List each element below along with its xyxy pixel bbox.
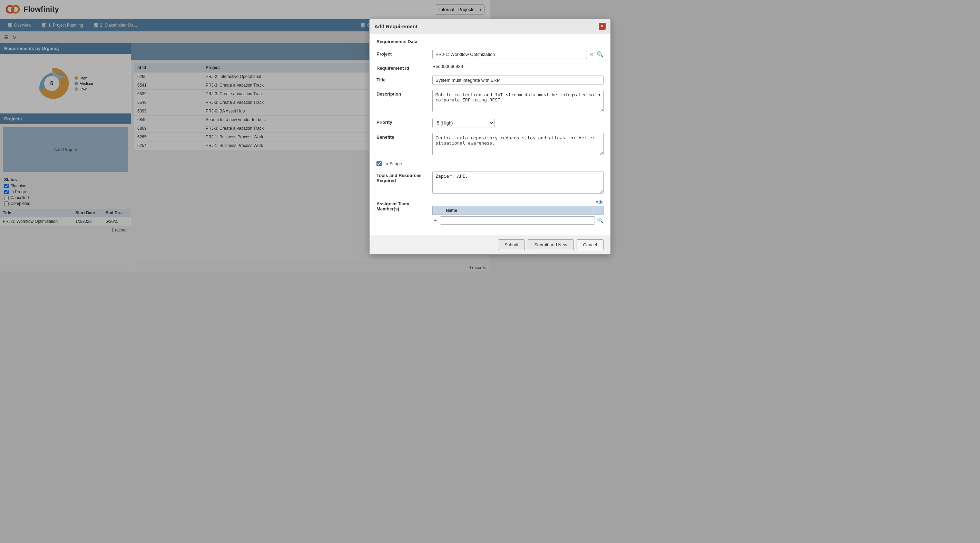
modal-body: Requirements Data Project ✕ 🔍 Requiremen… — [369, 33, 490, 235]
team-row: Assigned Team Member(s) Add Name — [377, 199, 490, 225]
team-label: Assigned Team Member(s) — [377, 199, 428, 211]
description-label: Description — [377, 90, 428, 97]
title-row: Title — [377, 76, 490, 85]
in-scope-checkbox[interactable] — [377, 161, 382, 166]
in-scope-row: In Scope — [377, 161, 490, 166]
team-control: Add Name ＋ 🔍 — [433, 199, 490, 225]
benefits-label: Benefits — [377, 133, 428, 140]
benefits-row: Benefits Central data repository reduces… — [377, 133, 490, 156]
description-row: Description Mobile collection and IoT st… — [377, 90, 490, 113]
team-add-plus-icon[interactable]: ＋ — [433, 217, 438, 224]
tools-textarea[interactable]: Zapier, API. — [433, 171, 490, 194]
priority-select[interactable]: 1 (Low) 2 (Low) 3 (Medium) 4 (High) 5 (H… — [433, 118, 490, 128]
modal-title: Add Requirement — [374, 24, 418, 29]
priority-label: Priority — [377, 118, 428, 125]
requirement-id-control: Req000066939 — [433, 64, 490, 69]
team-table: Name — [433, 206, 490, 215]
title-label: Title — [377, 76, 428, 83]
description-textarea[interactable]: Mobile collection and IoT stream data mu… — [433, 90, 490, 112]
description-control: Mobile collection and IoT stream data mu… — [433, 90, 490, 113]
team-add-header: Add — [433, 199, 490, 205]
title-control — [433, 76, 490, 85]
modal-section-title: Requirements Data — [377, 39, 490, 44]
requirement-id-value: Req000066939 — [433, 62, 463, 69]
title-input[interactable] — [433, 76, 490, 85]
add-requirement-modal: Add Requirement ✕ Requirements Data Proj… — [369, 19, 490, 255]
project-input-wrapper: ✕ 🔍 — [433, 50, 490, 59]
tools-row: Tools and Resources Required Zapier, API… — [377, 171, 490, 195]
modal-footer: Submit Submit and New Cancel — [369, 235, 490, 254]
requirement-id-label: Requirement Id — [377, 64, 428, 71]
team-col-check — [433, 206, 443, 215]
project-row: Project ✕ 🔍 — [377, 50, 490, 59]
benefits-textarea[interactable]: Central data repository reduces silos an… — [433, 133, 490, 155]
team-add-row: ＋ 🔍 — [433, 216, 490, 225]
tools-control: Zapier, API. — [433, 171, 490, 195]
in-scope-label[interactable]: In Scope — [384, 161, 402, 166]
team-col-name: Name — [443, 206, 490, 215]
team-search-input[interactable] — [440, 216, 490, 225]
project-control: ✕ 🔍 — [433, 50, 490, 59]
priority-row: Priority 1 (Low) 2 (Low) 3 (Medium) 4 (H… — [377, 118, 490, 128]
modal-header: Add Requirement ✕ — [369, 19, 490, 33]
modal-overlay: Add Requirement ✕ Requirements Data Proj… — [0, 0, 490, 272]
project-input[interactable] — [433, 50, 490, 59]
requirement-id-row: Requirement Id Req000066939 — [377, 64, 490, 71]
tools-label: Tools and Resources Required — [377, 171, 428, 183]
benefits-control: Central data repository reduces silos an… — [433, 133, 490, 156]
project-label: Project — [377, 50, 428, 57]
priority-control: 1 (Low) 2 (Low) 3 (Medium) 4 (High) 5 (H… — [433, 118, 490, 128]
